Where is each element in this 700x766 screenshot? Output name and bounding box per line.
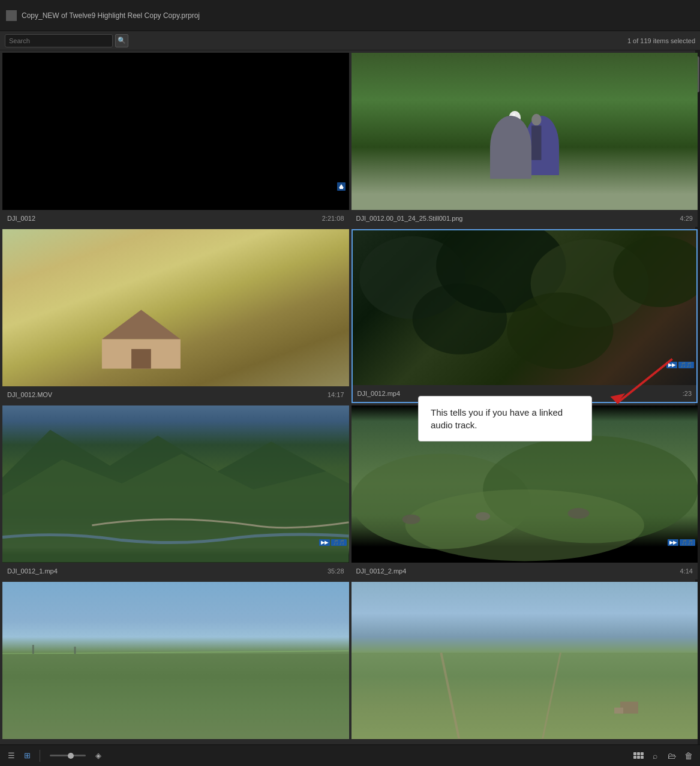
tooltip-text: This tells you if you have a linked audi… xyxy=(431,407,563,430)
top-bar: Copy_NEW of Twelve9 Highlight Reel Copy … xyxy=(0,0,700,31)
tooltip-arrow xyxy=(606,348,678,420)
svg-line-23 xyxy=(2,651,349,654)
tooltip-callout: This tells you if you have a linked audi… xyxy=(418,396,592,441)
search-icon-btn[interactable]: 🔍 xyxy=(115,34,128,47)
clip-thumbnail xyxy=(2,229,349,386)
clip-badges: ▶▶ 🎵🎵 xyxy=(668,539,695,546)
clip-name: DJI_0012 xyxy=(7,215,322,222)
video-badge: ▶▶ xyxy=(668,539,678,546)
icon-grid-view[interactable] xyxy=(633,750,644,761)
farm-overlay xyxy=(55,300,228,379)
bottom-right-icons: ⌕ 🗁 🗑 xyxy=(633,750,694,761)
clip-name: DJI_0012_2.mp4 xyxy=(356,567,680,575)
search-bottom-icon: ⌕ xyxy=(653,751,657,761)
clip-thumbnail xyxy=(2,582,349,739)
clip-name: DJI_0012.00_01_24_25.Still001.png xyxy=(356,215,680,222)
svg-point-22 xyxy=(567,508,589,519)
zoom-thumb xyxy=(68,753,74,759)
search-input[interactable] xyxy=(5,34,113,47)
svg-rect-27 xyxy=(351,653,698,738)
list-view-button[interactable]: ☰ xyxy=(6,750,17,761)
clip-name: DJI_0012.MOV xyxy=(7,391,328,398)
svg-rect-8 xyxy=(131,349,151,369)
clip-name: DJI_0012_1.mp4 xyxy=(7,567,328,575)
plain2-overlay xyxy=(351,582,698,739)
audio-badge: 🎵🎵 xyxy=(680,539,695,546)
clip-info: DJI_0012_1.mp4 35:28 xyxy=(2,563,349,579)
freeform-button[interactable]: ◈ xyxy=(93,750,104,761)
search-row: 🔍 1 of 119 items selected xyxy=(0,31,700,50)
tooltip-box: This tells you if you have a linked audi… xyxy=(418,396,592,441)
clip-duration: :23 xyxy=(683,390,692,397)
grid-view-button[interactable]: ⊞ xyxy=(22,750,32,761)
grid-view-icon xyxy=(633,752,644,759)
clip-duration: 35:28 xyxy=(328,567,344,575)
svg-rect-25 xyxy=(32,645,34,654)
folder-bottom-icon: 🗁 xyxy=(668,751,676,761)
clip-duration: 4:14 xyxy=(680,567,693,575)
separator xyxy=(40,750,40,762)
project-icon xyxy=(6,10,17,21)
clip-item[interactable]: DJI_0012.00_01_24_25.Still001.png 4:29 xyxy=(351,53,698,227)
clip-item[interactable]: DJI_0012.MOV 14:17 xyxy=(2,229,349,403)
svg-rect-31 xyxy=(614,708,623,714)
svg-rect-26 xyxy=(74,647,76,654)
trash-bottom-icon: 🗑 xyxy=(684,751,693,761)
audio-badge: 🎵🎵 xyxy=(331,539,347,546)
bottom-bar: ☰ ⊞ ◈ ⌕ 🗁 🗑 xyxy=(0,744,700,766)
svg-point-4 xyxy=(531,114,541,126)
svg-rect-2 xyxy=(340,188,343,189)
clip-info: DJI_0012_2.mp4 4:14 xyxy=(351,563,698,579)
clip-item[interactable] xyxy=(2,582,349,744)
svg-point-14 xyxy=(507,292,613,369)
media-grid: DJI_0012 2:21:08 DJI_0012.00_01_24_25.St… xyxy=(0,50,700,744)
plain-overlay xyxy=(2,582,349,739)
svg-marker-6 xyxy=(102,310,181,339)
export-icon xyxy=(336,181,347,192)
svg-line-32 xyxy=(617,359,672,403)
svg-point-20 xyxy=(402,515,420,524)
items-selected-label: 1 of 119 items selected xyxy=(627,37,695,44)
svg-rect-24 xyxy=(2,654,349,738)
folder-bottom-button[interactable]: 🗁 xyxy=(666,750,677,761)
clip-duration: 2:21:08 xyxy=(322,215,344,222)
trash-bottom-button[interactable]: 🗑 xyxy=(683,750,694,761)
clip-thumbnail: ▶▶ 🎵🎵 xyxy=(2,405,349,563)
svg-rect-5 xyxy=(531,125,541,160)
clip-info: DJI_0012.00_01_24_25.Still001.png 4:29 xyxy=(351,210,698,227)
clip-item[interactable]: ▶▶ 🎵🎵 DJI_0012_1.mp4 35:28 xyxy=(2,405,349,579)
clip-thumbnail xyxy=(351,53,698,210)
clip-badges: ▶▶ 🎵🎵 xyxy=(319,539,347,546)
svg-point-19 xyxy=(405,489,644,561)
clip-thumbnail xyxy=(351,582,698,739)
project-title: Copy_NEW of Twelve9 Highlight Reel Copy … xyxy=(22,11,694,20)
audio-badge: 🎵🎵 xyxy=(678,362,694,368)
search-icon: 🔍 xyxy=(118,37,126,44)
clip-thumbnail xyxy=(2,53,349,210)
video-badge: ▶▶ xyxy=(319,539,330,546)
svg-point-13 xyxy=(412,284,507,355)
thumbnail-overlay xyxy=(473,108,576,187)
clip-duration: 4:29 xyxy=(680,215,693,222)
zoom-slider[interactable] xyxy=(50,755,86,756)
clip-info xyxy=(351,739,698,744)
valley-overlay xyxy=(2,405,349,563)
clip-info: DJI_0012 2:21:08 xyxy=(2,210,349,227)
grid-icon: ⊞ xyxy=(24,751,31,760)
clip-duration: 14:17 xyxy=(328,391,344,398)
clip-item[interactable] xyxy=(351,582,698,744)
clip-item[interactable]: DJI_0012 2:21:08 xyxy=(2,53,349,227)
clip-info: DJI_0012.MOV 14:17 xyxy=(2,386,349,403)
clip-info xyxy=(2,739,349,744)
list-icon: ☰ xyxy=(8,751,15,760)
search-bottom-button[interactable]: ⌕ xyxy=(650,750,660,761)
svg-point-21 xyxy=(476,512,490,521)
freeform-icon: ◈ xyxy=(95,751,101,760)
